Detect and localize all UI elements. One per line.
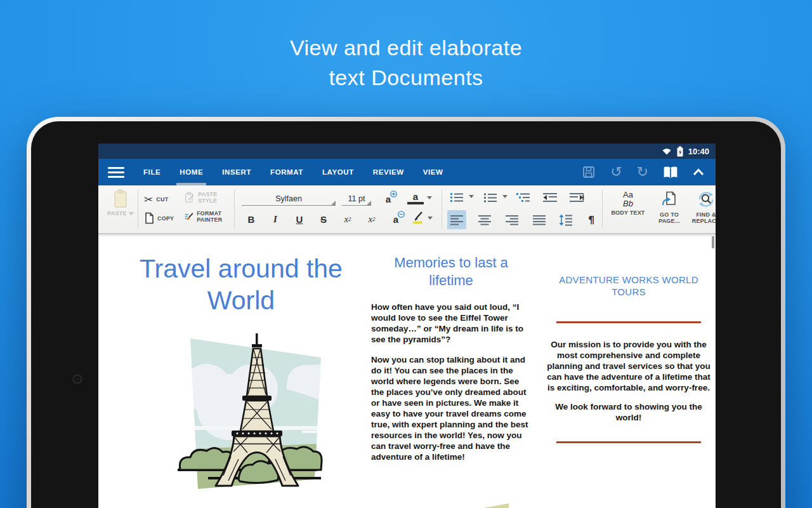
align-justify-icon bbox=[532, 215, 546, 225]
toolbar-divider bbox=[442, 190, 442, 229]
font-size-corner-icon bbox=[367, 201, 371, 205]
go-to-page-button[interactable]: GO TO PAGE... bbox=[653, 191, 686, 224]
align-justify-button[interactable] bbox=[530, 210, 549, 229]
cut-button[interactable]: ✂ CUT bbox=[144, 192, 168, 206]
tab-format[interactable]: FORMAT bbox=[268, 159, 305, 185]
underline-icon: U bbox=[291, 211, 308, 227]
style-preview-icon: Aa Bb bbox=[607, 190, 649, 208]
tab-insert[interactable]: INSERT bbox=[220, 159, 253, 185]
paragraph-marks-button[interactable]: ¶ bbox=[583, 210, 599, 229]
ribbon-actions: ↺ ↻ bbox=[582, 165, 716, 179]
column2-heading: Memories to last a lifetime bbox=[371, 254, 531, 290]
subscript-button[interactable]: x2 bbox=[339, 211, 356, 227]
status-bar: 10:40 bbox=[98, 144, 716, 159]
toolbar-divider bbox=[602, 190, 603, 229]
numbered-list-button[interactable] bbox=[449, 192, 464, 203]
copy-document-icon bbox=[144, 212, 154, 224]
read-mode-book-icon[interactable] bbox=[663, 165, 678, 179]
align-left-icon bbox=[450, 215, 464, 225]
column2-paragraph-2: Now you can stop talking about it and do… bbox=[371, 354, 531, 462]
decrease-indent-button[interactable] bbox=[542, 192, 558, 203]
paragraph-style-button[interactable]: Aa Bb BODY TEXT bbox=[607, 190, 649, 216]
paste-style-label: PASTE STYLE bbox=[198, 191, 230, 204]
font-color-icon: a bbox=[407, 190, 424, 204]
bold-icon: B bbox=[243, 211, 259, 227]
caption-line-2: text Documents bbox=[0, 63, 812, 93]
align-right-button[interactable] bbox=[502, 210, 521, 229]
grow-font-button[interactable]: a bbox=[380, 190, 396, 207]
tab-home-label: HOME bbox=[180, 168, 203, 176]
document-page[interactable]: Travel around the World bbox=[98, 234, 716, 508]
toolbar-divider bbox=[138, 190, 138, 229]
tab-layout[interactable]: LAYOUT bbox=[320, 159, 356, 185]
find-replace-button[interactable]: FIND & REPLACE bbox=[690, 191, 716, 224]
document-column-2: Memories to last a lifetime How often ha… bbox=[371, 254, 531, 462]
cut-label: CUT bbox=[156, 196, 168, 203]
numbered-list-caret[interactable] bbox=[469, 195, 474, 198]
marketing-screenshot: View and edit elaborate text Documents 1… bbox=[0, 0, 812, 508]
strikethrough-button[interactable]: S bbox=[315, 211, 332, 227]
pilcrow-icon: ¶ bbox=[583, 211, 599, 228]
bold-button[interactable]: B bbox=[243, 211, 259, 227]
align-left-button[interactable] bbox=[447, 210, 466, 229]
font-color-caret-icon bbox=[427, 196, 432, 199]
italic-icon: I bbox=[267, 211, 284, 227]
marketing-caption: View and edit elaborate text Documents bbox=[0, 33, 812, 93]
column3-paragraph-2: We look forward to showing you the world… bbox=[544, 401, 714, 423]
tab-review[interactable]: REVIEW bbox=[371, 159, 406, 185]
bullet-list-caret[interactable] bbox=[502, 195, 508, 198]
tab-view[interactable]: VIEW bbox=[421, 159, 445, 185]
hamburger-menu-icon[interactable] bbox=[108, 167, 124, 178]
line-spacing-button[interactable] bbox=[556, 210, 575, 229]
highlight-button[interactable] bbox=[412, 211, 433, 225]
font-color-button[interactable]: a bbox=[407, 190, 432, 204]
go-to-page-icon bbox=[662, 191, 677, 208]
increase-indent-icon bbox=[569, 192, 584, 203]
tab-home[interactable]: HOME bbox=[178, 159, 205, 185]
underline-button[interactable]: U bbox=[291, 211, 308, 227]
document-title: Travel around the World bbox=[127, 253, 355, 316]
line-spacing-icon bbox=[559, 214, 573, 226]
superscript-button[interactable]: x2 bbox=[363, 211, 380, 227]
font-size-dropdown[interactable]: 11 pt bbox=[342, 190, 371, 206]
ribbon-tabs: FILE HOME INSERT FORMAT LAYOUT REVIEW VI… bbox=[141, 159, 445, 185]
undo-icon[interactable]: ↺ bbox=[610, 165, 622, 179]
column3-paragraph-1: Our mission is to provide you with the m… bbox=[544, 339, 714, 393]
copy-button[interactable]: COPY bbox=[144, 212, 174, 224]
align-right-icon bbox=[505, 215, 519, 225]
redo-icon[interactable]: ↻ bbox=[637, 165, 648, 179]
increase-indent-button[interactable] bbox=[569, 192, 584, 203]
format-painter-button[interactable]: FORMAT PAINTER bbox=[185, 210, 230, 224]
paste-button[interactable]: PASTE bbox=[105, 189, 136, 217]
italic-button[interactable]: I bbox=[267, 211, 284, 227]
save-icon[interactable] bbox=[582, 165, 596, 179]
status-clock: 10:40 bbox=[688, 147, 709, 156]
paste-style-button[interactable]: PASTE STYLE bbox=[185, 190, 230, 204]
paste-clipboard-icon bbox=[113, 189, 128, 208]
copy-label: COPY bbox=[157, 215, 174, 222]
collapse-ribbon-chevron-up-icon[interactable] bbox=[693, 168, 704, 176]
strikethrough-icon: S bbox=[315, 211, 332, 227]
column3-heading: ADVENTURE WORKS WORLD TOURS bbox=[544, 274, 714, 298]
bullet-list-button[interactable] bbox=[483, 192, 498, 203]
font-name-dropdown[interactable]: Sylfaen bbox=[242, 190, 336, 206]
find-replace-label: FIND & REPLACE bbox=[690, 211, 716, 224]
font-name-corner-icon bbox=[331, 201, 336, 205]
tab-file[interactable]: FILE bbox=[141, 159, 162, 185]
multilevel-list-button[interactable] bbox=[516, 192, 531, 203]
format-painter-label: FORMAT PAINTER bbox=[197, 210, 230, 223]
align-center-icon bbox=[478, 215, 492, 225]
tab-format-label: FORMAT bbox=[270, 168, 303, 176]
numbered-list-icon bbox=[449, 192, 464, 203]
ribbon-menu-bar: FILE HOME INSERT FORMAT LAYOUT REVIEW VI… bbox=[98, 159, 716, 185]
scrollbar-thumb[interactable] bbox=[712, 236, 714, 248]
bullet-list-icon bbox=[483, 192, 498, 203]
app-screen: 10:40 FILE HOME INSERT FORMAT LAYOUT REV… bbox=[98, 144, 716, 508]
paste-style-icon bbox=[185, 190, 195, 204]
shrink-font-button[interactable]: a bbox=[388, 211, 404, 227]
go-to-page-label: GO TO PAGE... bbox=[653, 211, 686, 224]
wifi-icon bbox=[662, 147, 672, 156]
align-center-button[interactable] bbox=[475, 210, 494, 229]
highlight-caret-icon bbox=[428, 217, 433, 220]
superscript-icon: x2 bbox=[363, 211, 380, 227]
